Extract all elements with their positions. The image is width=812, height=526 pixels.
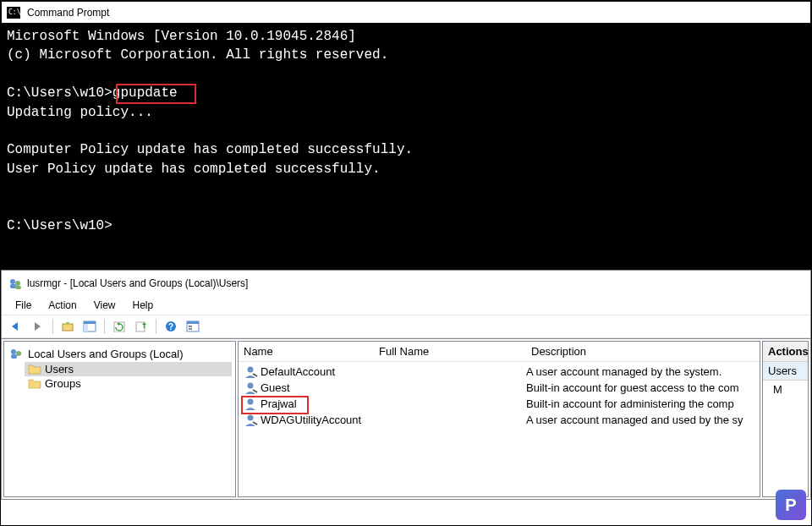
svg-point-16 xyxy=(11,349,16,354)
column-description[interactable]: Description xyxy=(531,345,754,358)
svg-rect-6 xyxy=(84,321,96,324)
cmd-command-gpupdate: gpupdate xyxy=(112,84,178,102)
list-body: DefaultAccount A user account managed by… xyxy=(239,362,760,430)
toolbar-back-button[interactable] xyxy=(7,317,25,336)
svg-text:?: ? xyxy=(168,322,173,331)
command-prompt-window: C:\ Command Prompt Microsoft Windows [Ve… xyxy=(1,1,811,270)
cmd-line-copyright: (c) Microsoft Corporation. All rights re… xyxy=(7,47,388,63)
cmd-prompt2: C:\Users\w10> xyxy=(7,218,112,233)
toolbar: ? xyxy=(2,315,810,338)
actions-users[interactable]: Users xyxy=(763,362,808,381)
svg-point-20 xyxy=(248,383,254,389)
tree-item-groups[interactable]: Groups xyxy=(25,376,232,391)
user-desc: A user account managed and used by the s… xyxy=(526,414,754,426)
actions-more[interactable]: M xyxy=(763,381,808,398)
svg-point-21 xyxy=(248,399,254,405)
toolbar-export-button[interactable] xyxy=(132,317,151,336)
toolbar-up-button[interactable] xyxy=(58,317,77,336)
list-header: Name Full Name Description xyxy=(239,342,760,362)
tree-root[interactable]: Local Users and Groups (Local) xyxy=(8,345,232,362)
tree-groups-label: Groups xyxy=(45,377,81,390)
menu-help[interactable]: Help xyxy=(126,298,161,313)
svg-rect-15 xyxy=(189,328,192,330)
user-name: DefaultAccount xyxy=(261,365,335,378)
svg-rect-4 xyxy=(63,324,73,331)
list-row[interactable]: DefaultAccount A user account managed by… xyxy=(242,364,756,380)
lusrmgr-title: lusrmgr - [Local Users and Groups (Local… xyxy=(27,277,248,289)
svg-rect-14 xyxy=(189,326,192,327)
column-name[interactable]: Name xyxy=(244,345,379,358)
cmd-user-success: User Policy update has completed success… xyxy=(7,162,381,177)
user-name: WDAGUtilityAccount xyxy=(261,414,361,426)
toolbar-show-hide-button[interactable] xyxy=(80,317,99,336)
cmd-updating: Updating policy... xyxy=(7,105,153,120)
toolbar-separator xyxy=(52,319,53,334)
toolbar-separator xyxy=(104,319,105,334)
menu-action[interactable]: Action xyxy=(41,298,83,313)
svg-point-22 xyxy=(248,415,254,421)
toolbar-help-button[interactable]: ? xyxy=(162,317,180,336)
toolbar-refresh-button[interactable] xyxy=(110,317,129,336)
user-icon xyxy=(244,364,258,379)
list-row[interactable]: WDAGUtilityAccount A user account manage… xyxy=(242,412,756,428)
cmd-terminal[interactable]: Microsoft Windows [Version 10.0.19045.28… xyxy=(2,24,810,269)
svg-rect-7 xyxy=(84,324,88,331)
user-desc: Built-in account for administering the c… xyxy=(526,397,754,410)
user-name: Prajwal xyxy=(261,397,297,410)
folder-icon xyxy=(28,378,41,389)
tree-panel[interactable]: Local Users and Groups (Local) Users Gro… xyxy=(3,341,236,497)
svg-point-19 xyxy=(248,367,254,373)
svg-point-1 xyxy=(15,281,20,286)
svg-rect-3 xyxy=(15,286,21,289)
lusrmgr-window: lusrmgr - [Local Users and Groups (Local… xyxy=(1,270,811,500)
cmd-icon: C:\ xyxy=(7,7,20,19)
tree-users-label: Users xyxy=(45,363,74,375)
folder-icon xyxy=(28,364,41,375)
cmd-title: Command Prompt xyxy=(27,7,109,19)
list-panel[interactable]: Name Full Name Description DefaultAccoun… xyxy=(238,341,760,497)
svg-point-17 xyxy=(16,351,21,356)
menu-view[interactable]: View xyxy=(87,298,123,313)
user-desc: A user account managed by the system. xyxy=(526,365,754,378)
tree-root-icon xyxy=(9,347,23,360)
watermark-logo: P xyxy=(776,490,806,520)
lusrmgr-app-icon xyxy=(8,277,22,290)
user-name: Guest xyxy=(261,381,290,394)
user-icon xyxy=(244,397,258,411)
cmd-titlebar[interactable]: C:\ Command Prompt xyxy=(2,2,810,24)
list-row[interactable]: Guest Built-in account for guest access … xyxy=(242,380,756,396)
user-icon xyxy=(244,413,258,427)
tree-item-users[interactable]: Users xyxy=(25,362,232,376)
svg-rect-18 xyxy=(11,354,17,359)
actions-panel: Actions Users M xyxy=(762,341,809,497)
toolbar-forward-button[interactable] xyxy=(29,317,47,336)
list-row[interactable]: Prajwal Built-in account for administeri… xyxy=(242,396,756,412)
svg-rect-2 xyxy=(10,284,16,288)
column-fullname[interactable]: Full Name xyxy=(379,345,531,358)
user-icon xyxy=(244,381,258,395)
svg-rect-13 xyxy=(187,321,199,324)
cmd-computer-success: Computer Policy update has completed suc… xyxy=(7,142,413,157)
user-desc: Built-in account for guest access to the… xyxy=(526,381,754,394)
tree-root-label: Local Users and Groups (Local) xyxy=(28,348,184,360)
lusrmgr-titlebar[interactable]: lusrmgr - [Local Users and Groups (Local… xyxy=(2,271,810,296)
cmd-line-version: Microsoft Windows [Version 10.0.19045.28… xyxy=(7,29,356,44)
menu-file[interactable]: File xyxy=(8,298,38,313)
toolbar-separator xyxy=(156,319,156,334)
lusrmgr-main: Local Users and Groups (Local) Users Gro… xyxy=(2,338,810,499)
menubar: File Action View Help xyxy=(2,296,810,315)
toolbar-properties-button[interactable] xyxy=(184,317,202,336)
actions-header: Actions xyxy=(763,342,808,362)
cmd-prompt-path: C:\Users\w10> xyxy=(7,85,112,101)
svg-point-0 xyxy=(10,279,15,284)
